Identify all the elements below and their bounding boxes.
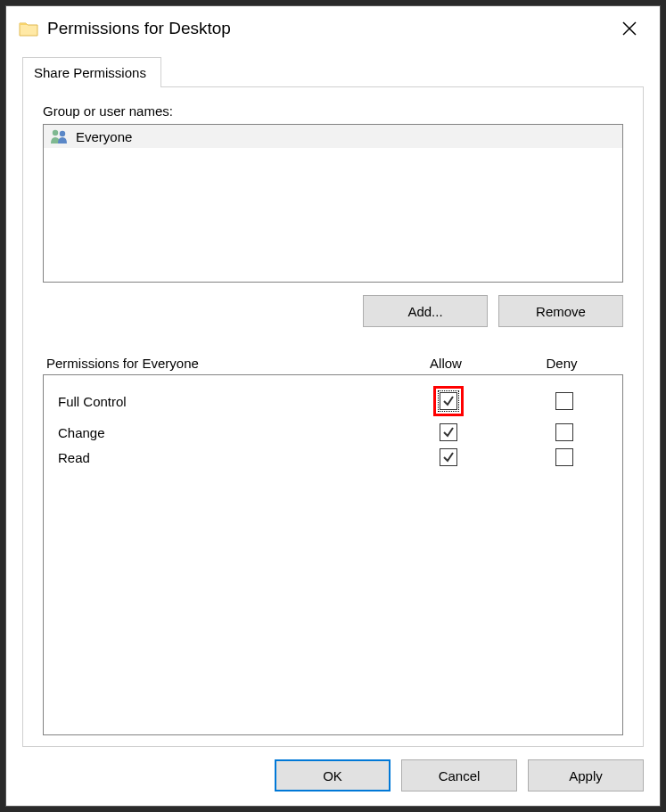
tab-share-permissions[interactable]: Share Permissions — [22, 57, 161, 87]
permission-row: Read — [44, 445, 622, 470]
dialog-button-row: OK Cancel Apply — [6, 747, 660, 806]
deny-cell — [506, 423, 622, 441]
allow-checkbox[interactable] — [440, 448, 457, 466]
svg-point-2 — [53, 130, 58, 135]
list-item-label: Everyone — [76, 129, 132, 144]
window-title: Permissions for Desktop — [47, 19, 603, 38]
deny-cell — [506, 448, 622, 466]
tab-strip: Share Permissions — [22, 57, 644, 87]
allow-column-header: Allow — [388, 356, 504, 371]
deny-checkbox[interactable] — [555, 448, 573, 466]
allow-checkbox[interactable] — [440, 423, 457, 441]
deny-cell — [506, 392, 622, 410]
cancel-button[interactable]: Cancel — [401, 759, 517, 791]
close-icon — [622, 21, 637, 36]
permissions-for-label: Permissions for Everyone — [46, 356, 388, 371]
tab-panel: Group or user names: Everyone Add — [22, 86, 644, 747]
allow-cell — [391, 448, 506, 466]
permission-name: Change — [44, 425, 391, 440]
permissions-header: Permissions for Everyone Allow Deny — [43, 356, 623, 374]
folder-icon — [19, 21, 38, 37]
ok-button[interactable]: OK — [275, 759, 391, 791]
permissions-grid: Full ControlChangeRead — [43, 374, 623, 735]
allow-cell — [391, 423, 506, 441]
deny-checkbox[interactable] — [555, 392, 573, 410]
highlight-annotation — [433, 386, 464, 416]
allow-checkbox[interactable] — [440, 392, 457, 410]
permission-row: Full Control — [44, 382, 622, 420]
permission-name: Read — [44, 450, 391, 465]
list-item[interactable]: Everyone — [44, 125, 622, 148]
group-names-label: Group or user names: — [43, 103, 623, 119]
svg-point-3 — [60, 131, 65, 136]
permissions-dialog: Permissions for Desktop Share Permission… — [5, 5, 661, 807]
allow-cell — [391, 386, 506, 416]
add-button[interactable]: Add... — [363, 295, 488, 327]
deny-column-header: Deny — [504, 356, 620, 371]
dialog-content: Share Permissions Group or user names: E… — [6, 51, 660, 747]
permission-name: Full Control — [44, 394, 391, 409]
remove-button[interactable]: Remove — [498, 295, 623, 327]
apply-button[interactable]: Apply — [528, 759, 644, 791]
group-listbox[interactable]: Everyone — [43, 124, 623, 283]
group-button-row: Add... Remove — [43, 295, 623, 327]
group-icon — [49, 128, 70, 144]
permission-row: Change — [44, 420, 622, 445]
deny-checkbox[interactable] — [555, 423, 573, 441]
titlebar: Permissions for Desktop — [6, 6, 660, 51]
close-button[interactable] — [612, 15, 647, 42]
